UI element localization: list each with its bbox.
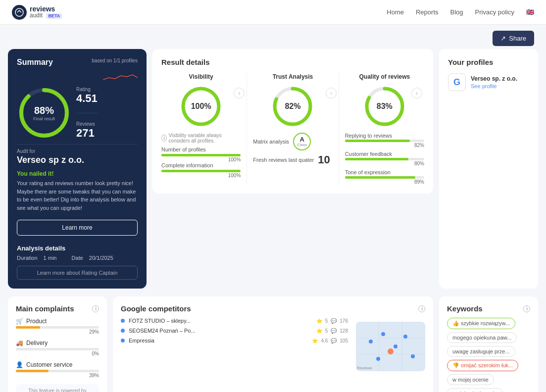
quality-donut: 83% [362, 84, 407, 129]
complaints-info-icon: ℹ [92, 305, 99, 312]
comp-name-2: SEOSEM24 Poznań – Po... [129, 328, 312, 334]
svg-point-14 [381, 332, 385, 336]
nav-privacy[interactable]: Privacy policy [475, 8, 514, 16]
learn-more-button[interactable]: Learn more [17, 220, 138, 236]
comp-reviews-2: 128 [340, 328, 348, 334]
brand-beta-badge: BETA [46, 13, 62, 19]
brand-text: reviews audit BETA [30, 5, 62, 19]
profile-name: Verseo sp. z o.o. [471, 75, 517, 82]
comp-star-2: ⭐ [316, 328, 322, 334]
date-value: 20/1/2025 [89, 255, 113, 261]
complaints-title: Main complaints [16, 304, 74, 313]
comp-bubble-1: 💬 [331, 318, 337, 324]
comp-star-1: ⭐ [316, 318, 322, 324]
competitors-title: Google competitors [121, 304, 191, 313]
nav-reports[interactable]: Reports [416, 8, 439, 16]
svg-point-13 [369, 340, 373, 343]
share-button[interactable]: ↗ Share [493, 31, 534, 46]
rating-label: Rating [76, 87, 98, 92]
comp-name-1: FOTZ STUDIO – sklepy... [129, 318, 312, 324]
svg-point-16 [403, 335, 407, 339]
product-icon: 🛒 [16, 318, 23, 325]
nailed-it: You nailed it! [17, 170, 138, 177]
competitors-layout: FOTZ STUDIO – sklepy... ⭐ 5 💬 176 SEOSEM… [121, 318, 425, 371]
class-badge: A Class [293, 133, 311, 150]
analysis-section: Analysis details Duration 1 min Date 20/… [17, 245, 138, 280]
tone-metric: Tone of expression 89% [345, 169, 424, 185]
competitor-2: SEOSEM24 Poznań – Po... ⭐ 5 💬 128 [121, 328, 348, 334]
google-logo: G [448, 73, 466, 91]
profiles-title: Your profiles [448, 58, 529, 66]
svg-point-0 [15, 8, 23, 16]
comp-stats-1: ⭐ 5 💬 176 [316, 318, 348, 324]
comp-dot-2 [121, 329, 125, 333]
keyword-tag-4: w mojej ocenie [447, 374, 494, 385]
sparkline [103, 71, 138, 83]
complaint-service: 👤 Customer service 39% [16, 361, 99, 378]
profile-item: G Verseo sp. z o.o. See profile [448, 73, 529, 91]
competitors-list: FOTZ STUDIO – sklepy... ⭐ 5 💬 176 SEOSEM… [121, 318, 348, 371]
comp-stats-2: ⭐ 5 💬 128 [316, 328, 348, 334]
nav-blog[interactable]: Blog [450, 8, 463, 16]
quality-percent: 83% [377, 102, 393, 111]
replying-metric: Replying to reviews 82% [345, 133, 424, 148]
svg-point-15 [394, 344, 397, 348]
fresh-row: Fresh reviews last quater 10 [253, 153, 332, 166]
complaint-delivery: 🚚 Delivery 0% [16, 340, 99, 356]
navbar: reviews audit BETA Home Reports Blog Pri… [0, 0, 546, 25]
duration-value: 1 min [44, 255, 57, 261]
complete-metric: Complete information 100% [161, 162, 241, 178]
bottom-row: Main complaints ℹ 🛒 Product 29% 🚚 Delive… [0, 296, 546, 392]
nav-home[interactable]: Home [387, 8, 404, 16]
company-name: Verseo sp z o.o. [17, 155, 138, 165]
see-profile-link[interactable]: See profile [471, 83, 497, 89]
matrix-row: Matrix analysis A Class [253, 133, 332, 150]
product-label: Product [26, 318, 47, 325]
info-icon: ℹ [161, 135, 167, 142]
service-label: Customer service [26, 361, 72, 368]
quality-col: Quality of reviews 83% › Replying to rev… [339, 73, 424, 185]
competitor-1: FOTZ STUDIO – sklepy... ⭐ 5 💬 176 [121, 318, 348, 324]
keyword-tag-5: po jej zakończeniu [447, 388, 503, 392]
trust-arrow-btn[interactable]: › [326, 88, 337, 98]
result-details-title: Result details [161, 58, 424, 66]
visibility-col: Visibility 100% › ℹ Visibility variable … [161, 73, 247, 185]
comp-rating-2: 5 [325, 328, 328, 334]
visibility-arrow-btn[interactable]: › [234, 88, 245, 98]
delivery-label: Delivery [26, 340, 48, 346]
quality-arrow-btn[interactable]: › [411, 88, 422, 98]
comp-dot-3 [121, 339, 125, 343]
trust-col: Trust Analysis 82% › Matrix analysis A C… [247, 73, 339, 185]
logo-icon [12, 5, 27, 20]
main-content: Summary based on 1/1 profiles 88% Final … [0, 49, 546, 296]
share-label: Share [509, 35, 526, 42]
brand: reviews audit BETA [12, 5, 62, 20]
powered-by: This feature is powered by ★★★★★ RatingC… [16, 384, 99, 392]
comp-stats-3: ⭐ 4.6 💬 105 [312, 338, 348, 343]
result-details-card: Result details Visibility 100% › ℹ Visib… [152, 49, 433, 194]
comp-reviews-1: 176 [340, 318, 348, 324]
keywords-card: Keywords ℹ 👍 szybkie rozwiązyw... mogego… [439, 296, 538, 392]
final-label: Final result [33, 116, 55, 121]
keyword-tag-3: 👎 omijać szerokim łuk... [447, 360, 518, 371]
visibility-percent: 100% [191, 102, 211, 111]
svg-point-18 [411, 354, 415, 358]
keyword-thumb-down: 👎 [452, 362, 459, 368]
duration-row: Duration 1 min Date 20/1/2025 [17, 255, 138, 261]
brand-audit-label: audit BETA [30, 12, 62, 19]
learn-captain-button[interactable]: Learn more about Rating Captain [17, 266, 138, 280]
trust-percent: 82% [285, 102, 300, 111]
svg-point-17 [388, 348, 394, 354]
final-result-circle: 88% Final result [17, 86, 71, 140]
final-percent: 88% [33, 105, 55, 116]
audit-for: Audit for [17, 148, 138, 154]
visibility-donut: 100% [179, 84, 223, 129]
analysis-title: Analysis details [17, 245, 138, 252]
keywords-info-icon: ℹ [523, 305, 530, 312]
share-bar: ↗ Share [0, 25, 546, 49]
comp-star-3: ⭐ [312, 338, 318, 343]
language-flag[interactable]: 🇬🇧 [526, 8, 534, 16]
quality-title: Quality of reviews [345, 73, 424, 80]
trust-donut: 82% [270, 84, 315, 129]
nav-links: Home Reports Blog Privacy policy 🇬🇧 [387, 8, 534, 16]
